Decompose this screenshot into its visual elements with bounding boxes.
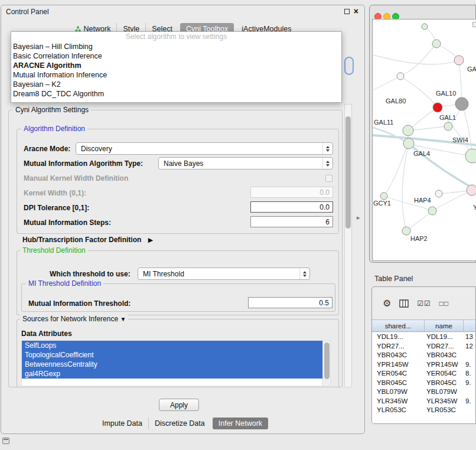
table-row[interactable]: YER054CYER054C8. [372, 369, 476, 379]
cell[interactable]: YBL079W [377, 387, 407, 397]
table-row[interactable]: YBL079WYBL079W [372, 387, 476, 397]
column-header-name[interactable]: name [425, 320, 464, 331]
cell[interactable]: YDL19... [426, 332, 453, 342]
mi-steps-label: Mutual Information Steps: [24, 219, 111, 227]
table-row[interactable]: YDL19...YDL19...13 [372, 332, 476, 342]
apply-button[interactable]: Apply [159, 399, 199, 411]
kernel-width-label: Kernel Width (0,1): [24, 189, 86, 197]
settings-scrollbar-thumb[interactable] [345, 116, 351, 229]
network-node[interactable] [454, 56, 464, 65]
deselect-all-icon[interactable]: □□ [439, 299, 449, 308]
mi-steps-field[interactable]: 6 [250, 216, 333, 227]
network-node[interactable] [444, 122, 452, 131]
mi-algorithm-type-select[interactable]: Naive Bayes [158, 157, 333, 169]
column-header-shared-name[interactable]: shared... [372, 320, 425, 331]
cell[interactable]: YBR043C [426, 351, 457, 360]
dropdown-item[interactable]: Mutual Information Inference [11, 70, 341, 80]
show-columns-icon[interactable] [399, 299, 409, 308]
network-node[interactable] [380, 193, 387, 200]
manual-kernel-width-checkbox[interactable] [325, 175, 332, 182]
cell[interactable]: YER054C [377, 369, 407, 379]
dropdown-item[interactable]: Bayesian – K2 [11, 80, 341, 89]
network-node-selected[interactable] [433, 103, 442, 112]
node-label: HAP4 [414, 197, 431, 204]
network-node[interactable] [432, 40, 441, 48]
tab-discretize-data[interactable]: Discretize Data [148, 418, 211, 429]
cell[interactable]: YER054C [426, 369, 457, 379]
network-node[interactable] [465, 149, 476, 163]
dropdown-item-selected[interactable]: ARACNE Algorithm [11, 61, 341, 70]
network-node[interactable] [403, 125, 413, 136]
algorithm-combo-focus-fragment [344, 57, 354, 75]
which-threshold-label: Which threshold to use: [50, 270, 131, 278]
table-row[interactable]: YDR27...YDR27...12 [372, 342, 476, 351]
dpi-tolerance-field[interactable]: 0.0 [250, 201, 333, 213]
tab-infer-network[interactable]: Infer Network [213, 418, 268, 429]
list-item[interactable]: SelfLoops [22, 341, 322, 350]
table-row[interactable]: YBR043CYBR043C [372, 351, 476, 360]
tab-impute-data[interactable]: Impute Data [96, 418, 148, 429]
cell[interactable]: YDR27... [426, 342, 454, 351]
cell[interactable]: YPR145W [377, 360, 409, 370]
list-item[interactable]: gal4RGexp [22, 369, 322, 379]
table-row[interactable]: YPR145WYPR145W9. [372, 360, 476, 370]
collapse-down-icon[interactable]: ▼ [120, 316, 126, 322]
table-row[interactable]: YBR045CYBR045C9. [372, 379, 476, 388]
network-node[interactable] [422, 24, 428, 30]
list-item[interactable]: TopologicalCoefficient [22, 350, 322, 360]
which-threshold-value: MI Threshold [138, 270, 299, 278]
network-node[interactable] [435, 190, 442, 197]
cell[interactable]: YLR345W [377, 397, 407, 406]
network-node[interactable] [428, 207, 436, 215]
cell[interactable]: YBR045C [426, 379, 457, 388]
cell[interactable]: YLR053C [377, 406, 406, 415]
cell[interactable]: 12 [465, 342, 473, 351]
cell[interactable]: YBR045C [377, 379, 407, 388]
network-node[interactable] [467, 185, 476, 195]
attributes-scrollbar-track[interactable] [322, 341, 330, 386]
network-node[interactable] [403, 138, 414, 149]
network-node[interactable] [402, 227, 410, 235]
control-panel-titlebar[interactable]: Control Panel × [1, 5, 364, 18]
cell[interactable]: 8. [465, 369, 471, 379]
desktop: Control Panel × Network Style Select Cyn… [0, 0, 476, 450]
float-window-icon[interactable] [344, 9, 350, 14]
cell[interactable]: YLR053C [426, 406, 456, 415]
which-threshold-select[interactable]: MI Threshold [138, 268, 310, 280]
sources-group-header[interactable]: Sources for Network Inference ▼ [20, 315, 128, 323]
cell[interactable]: YPR145W [426, 360, 458, 370]
cell[interactable]: 9. [465, 360, 471, 370]
network-view-window: GAL80 GAL10 GAL11 GAL1 SWI4 GAL4 GCY1 HA… [369, 5, 476, 263]
cell[interactable]: YBR043C [377, 351, 407, 360]
cell[interactable]: 9. [465, 397, 471, 406]
cell[interactable]: YLR345W [426, 397, 457, 406]
list-item[interactable]: BetweennessCentrality [22, 360, 322, 369]
dropdown-item[interactable]: Bayesian – Hill Climbing [11, 42, 341, 51]
table-row[interactable]: YLR345WYLR345W9. [372, 397, 476, 406]
cell[interactable]: 13 [465, 332, 473, 342]
dropdown-item[interactable]: Basic Correlation Inference [11, 51, 341, 61]
hub-definition-expander[interactable]: Hub/Transcription Factor Definition ▶ [22, 236, 153, 244]
panel-splitter-arrow[interactable]: ▸ [357, 214, 360, 221]
network-node[interactable] [397, 73, 404, 80]
select-all-icon[interactable]: ☑☑ [417, 299, 431, 308]
close-icon[interactable]: × [354, 7, 358, 15]
cell[interactable]: YDL19... [377, 332, 403, 342]
canvas-scroll-corner[interactable] [472, 22, 476, 27]
cell[interactable]: YBL079W [426, 387, 457, 397]
mi-threshold-field[interactable]: 0.5 [248, 297, 332, 308]
column-header-partial[interactable] [464, 320, 476, 331]
settings-scrollbar-track[interactable] [344, 104, 352, 387]
network-canvas[interactable]: GAL80 GAL10 GAL11 GAL1 SWI4 GAL4 GCY1 HA… [372, 19, 476, 261]
network-node[interactable] [455, 97, 468, 110]
minimized-panel-icon[interactable] [2, 438, 9, 444]
attributes-scrollbar-thumb[interactable] [324, 343, 330, 379]
cell[interactable]: 9. [465, 379, 471, 388]
cell[interactable]: YDR27... [377, 342, 405, 351]
table-row[interactable]: YLR053CYLR053C [372, 406, 476, 415]
gear-icon[interactable]: ⚙ [383, 298, 391, 309]
dropdown-item[interactable]: Dream8 DC_TDC Algorithm [11, 89, 341, 99]
aracne-mode-select[interactable]: Discovery [76, 142, 333, 155]
table-panel-window: ⚙ ☑☑ □□ shared... name YDL19...YDL19...1… [371, 286, 476, 424]
expand-right-icon[interactable]: ▶ [148, 236, 153, 243]
